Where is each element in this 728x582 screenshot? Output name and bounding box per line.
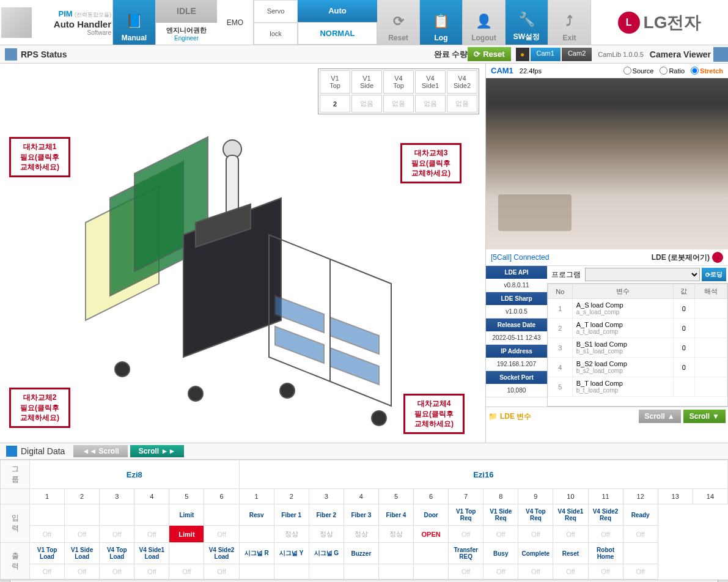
reload-button[interactable]: ⟳로딩: [702, 268, 726, 281]
stretch-radio[interactable]: Stretch: [691, 67, 723, 75]
svg-marker-14: [330, 348, 379, 385]
lg-small-icon: [712, 252, 723, 263]
dd-scroll-right[interactable]: Scroll ►►: [130, 445, 184, 457]
exit-icon: ⤴: [560, 12, 579, 31]
svg-point-15: [115, 362, 130, 377]
variable-table[interactable]: No변수값해석 1A_S load Compa_s_load_comp02A_T…: [547, 283, 728, 407]
cam-record-icon[interactable]: ●: [516, 48, 529, 61]
svg-point-18: [372, 411, 386, 425]
machine-3d-view: [73, 112, 416, 430]
manual-button[interactable]: 📘Manual: [113, 0, 156, 45]
app-logo: PIM (전력통합모듈) Auto Handler Software: [0, 0, 113, 45]
refresh-icon: ⟳: [389, 12, 408, 31]
user-icon: 👤: [474, 12, 494, 31]
refresh-icon: ⟳: [705, 271, 710, 278]
camera-viewer-label: Camera Viewer: [650, 50, 711, 59]
exit-button[interactable]: ⤴Exit: [548, 0, 591, 45]
lg-logo: LLG전자: [591, 0, 728, 45]
servo-lock: Servo lock: [254, 0, 298, 45]
normal-mode: NORMAL: [298, 22, 377, 45]
camera-name: CAM1: [491, 66, 513, 75]
program-label: 프로그램: [549, 270, 583, 280]
idle-label: IDLE: [156, 0, 217, 23]
calendar-icon: 📋: [432, 12, 451, 31]
swap-2-button[interactable]: 대차교체2 필요(클릭후 교체하세요): [9, 388, 70, 428]
digital-data-header: Digital Data ◄◄ Scroll Scroll ►►: [0, 443, 728, 460]
servo-label: Servo: [254, 0, 298, 23]
log-button[interactable]: 📋Log: [420, 0, 463, 45]
top-toolbar: PIM (전력통합모듈) Auto Handler Software 📘Manu…: [0, 0, 728, 45]
svg-point-17: [280, 383, 295, 398]
pim-sub: (전력통합모듈): [75, 12, 111, 18]
refresh-icon: ⟳: [474, 50, 480, 59]
lde-info-panel: LDE APIv0.8.0.11 LDE Sharpv1.0.0.5 Relea…: [486, 266, 547, 407]
count-table: V1 TopV1 SideV4 TopV4 Side1V4 Side2 2없음없…: [318, 68, 479, 114]
camera-header: CAM1 22.4fps Source Ratio Stretch: [486, 64, 728, 78]
book-icon: 📘: [125, 12, 144, 31]
engineer-label: 엔지니어권한: [166, 26, 207, 35]
horizontal-scrollbar[interactable]: [0, 580, 728, 582]
pim-label: PIM: [59, 9, 73, 18]
scroll-down-button[interactable]: Scroll ▼: [683, 410, 726, 423]
sw-settings-button[interactable]: 🔧SW설정: [506, 0, 548, 45]
source-radio[interactable]: Source: [623, 67, 654, 75]
svg-marker-11: [275, 296, 324, 333]
digital-data-body: 그 룹Ezi8Ezi161234561234567891011121314입 력…: [0, 460, 728, 580]
data-icon: [6, 446, 17, 457]
mode-indicator: Auto NORMAL: [298, 0, 377, 45]
folder-icon: 📁: [488, 412, 498, 421]
up-arrow-icon: ▲: [667, 412, 675, 421]
camlib-version: CamLib 1.0.0.5: [598, 51, 644, 58]
reset-button[interactable]: ⟳Reset: [377, 0, 420, 45]
camera-fps: 22.4fps: [520, 67, 542, 75]
logo-3d-icon: [1, 7, 32, 38]
rps-visualization: V1 TopV1 SideV4 TopV4 Side1V4 Side2 2없음없…: [0, 64, 486, 443]
ratio-radio[interactable]: Ratio: [660, 67, 685, 75]
film-icon[interactable]: [713, 47, 728, 62]
camera-feed: [486, 78, 728, 249]
lde-title: LDE (로봇제어기): [652, 252, 710, 263]
svg-point-16: [188, 386, 203, 401]
dd-scroll-left[interactable]: ◄◄ Scroll: [73, 445, 127, 457]
emo-indicator: EMO: [217, 0, 254, 45]
logout-button[interactable]: 👤Logout: [463, 0, 506, 45]
cam2-tab[interactable]: Cam2: [562, 48, 592, 61]
auto-mode: Auto: [298, 0, 377, 22]
lde-vars-label: LDE 변수: [500, 411, 531, 422]
down-arrow-icon: ▼: [712, 412, 719, 421]
status-icon: [5, 48, 17, 61]
wrench-icon: 🔧: [517, 10, 537, 29]
swap-1-button[interactable]: 대차교체1 필요(클릭후 교체하세요): [9, 137, 70, 177]
software-label: Software: [35, 29, 111, 36]
app-name: Auto Handler: [35, 19, 111, 29]
rps-status-title: RPS Status: [21, 50, 67, 59]
cam1-tab[interactable]: Cam1: [531, 48, 561, 61]
lock-label: lock: [254, 23, 298, 45]
svg-marker-13: [275, 326, 324, 363]
connection-status: [5Call] Connected: [491, 253, 549, 262]
status-bar: RPS Status 완료 수량 ⟳Reset ● Cam1 Cam2 CamL…: [0, 45, 728, 64]
svg-marker-12: [330, 317, 379, 354]
dd-title: Digital Data: [21, 446, 65, 456]
lde-status-bar: [5Call] Connected LDE (로봇제어기): [486, 249, 728, 266]
idle-status: IDLE 엔지니어권한Engineer: [156, 0, 217, 45]
complete-qty-label: 완료 수량: [434, 49, 468, 60]
reset-count-button[interactable]: ⟳Reset: [468, 47, 510, 61]
program-select[interactable]: [585, 268, 700, 281]
engineer-en: Engineer: [174, 35, 199, 42]
scroll-up-button[interactable]: Scroll ▲: [639, 410, 681, 423]
lg-circle-icon: L: [618, 12, 640, 34]
